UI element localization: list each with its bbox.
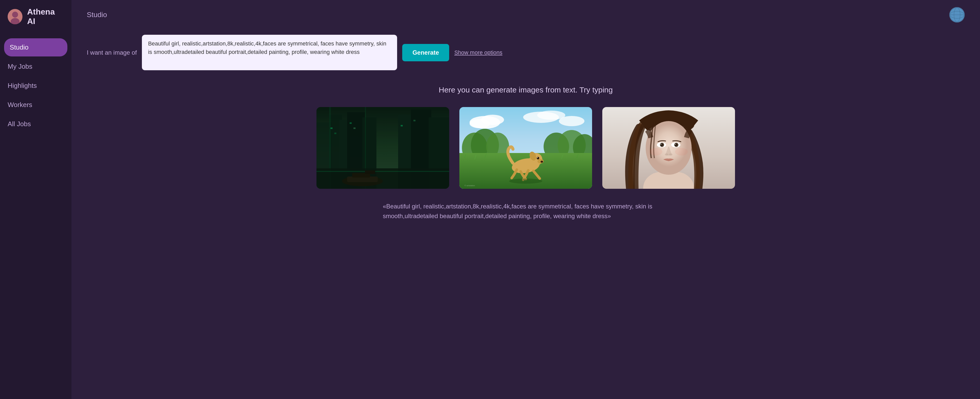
show-more-options-link[interactable]: Show more options bbox=[454, 49, 502, 56]
app-name: Athena AI bbox=[27, 7, 64, 26]
sidebar-item-my-jobs[interactable]: My Jobs bbox=[0, 57, 72, 76]
page-title: Studio bbox=[87, 11, 107, 19]
prompt-label: I want an image of bbox=[87, 49, 137, 56]
svg-point-73 bbox=[660, 144, 662, 145]
svg-point-57 bbox=[541, 161, 543, 163]
sidebar: Athena AI Studio My Jobs Highlights Work… bbox=[0, 0, 72, 399]
svg-point-58 bbox=[537, 157, 539, 160]
generate-button[interactable]: Generate bbox=[402, 44, 449, 61]
svg-point-77 bbox=[649, 148, 662, 156]
svg-point-61 bbox=[509, 179, 542, 184]
main-content: Studio I want an image of Generate Show … bbox=[72, 0, 980, 399]
center-content: Here you can generate images from text. … bbox=[72, 75, 980, 399]
svg-point-76 bbox=[669, 153, 673, 156]
header: Studio bbox=[72, 0, 980, 30]
gallery-image-2: © artstation bbox=[460, 107, 592, 189]
svg-text:© artstation: © artstation bbox=[465, 184, 475, 187]
svg-point-72 bbox=[675, 144, 677, 146]
svg-point-39 bbox=[559, 116, 584, 126]
empty-state-text: Here you can generate images from text. … bbox=[439, 86, 613, 94]
svg-point-78 bbox=[675, 148, 688, 156]
sidebar-navigation: Studio My Jobs Highlights Workers All Jo… bbox=[0, 33, 72, 138]
prompt-input-wrapper bbox=[142, 35, 397, 70]
app-logo[interactable]: Athena AI bbox=[0, 0, 72, 33]
gallery-image-1 bbox=[317, 107, 449, 189]
prompt-input[interactable] bbox=[148, 39, 391, 65]
svg-rect-32 bbox=[317, 107, 449, 189]
sidebar-item-workers[interactable]: Workers bbox=[0, 96, 72, 114]
svg-point-74 bbox=[675, 144, 676, 145]
svg-point-1 bbox=[12, 12, 18, 18]
gallery-image-3 bbox=[602, 107, 735, 189]
svg-point-71 bbox=[660, 144, 663, 146]
svg-point-59 bbox=[537, 157, 538, 158]
svg-rect-64 bbox=[659, 174, 679, 189]
sidebar-item-highlights[interactable]: Highlights bbox=[0, 77, 72, 95]
image-caption: «Beautiful girl, realistic,artstation,8k… bbox=[372, 201, 679, 221]
prompt-area: I want an image of Generate Show more op… bbox=[72, 30, 980, 75]
svg-point-36 bbox=[469, 119, 490, 128]
sidebar-item-all-jobs[interactable]: All Jobs bbox=[0, 115, 72, 133]
logo-avatar bbox=[8, 9, 22, 24]
sidebar-item-studio[interactable]: Studio bbox=[4, 38, 67, 56]
svg-point-75 bbox=[665, 153, 668, 156]
user-avatar[interactable] bbox=[950, 7, 965, 22]
image-gallery: © artstation bbox=[317, 107, 735, 189]
